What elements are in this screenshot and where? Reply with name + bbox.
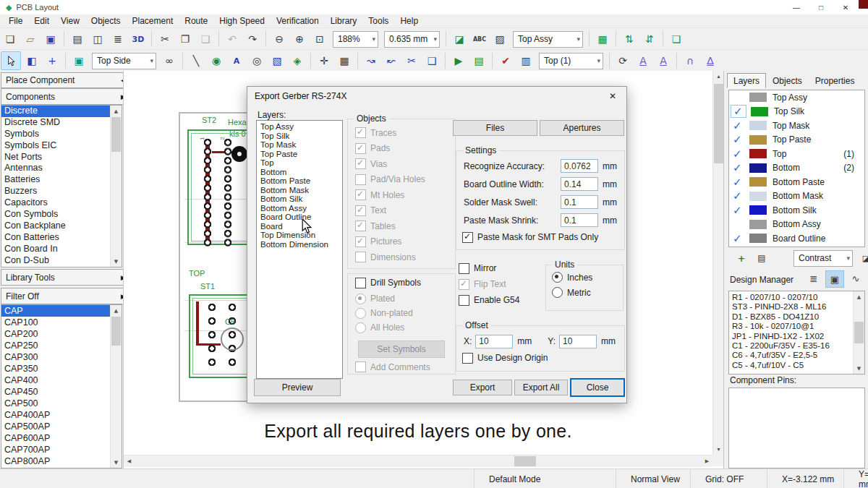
menu-item[interactable]: Help (394, 14, 424, 27)
scroll-down-icon[interactable]: ▼ (713, 444, 724, 455)
menu-item[interactable]: Verification (271, 14, 325, 27)
copper-pour-tool[interactable]: ▧ (268, 52, 286, 69)
pattern-list-item[interactable]: CAP200 (1, 328, 122, 340)
checkbox[interactable] (459, 263, 469, 274)
menu-item[interactable]: Edit (28, 14, 55, 27)
library-list-item[interactable]: Net Ports (1, 152, 122, 163)
menu-item[interactable]: File (3, 14, 28, 27)
patterns-scrollbar[interactable]: ▲ ▼ (110, 305, 122, 468)
autoroute-a-icon[interactable]: A (634, 52, 652, 69)
scroll-thumb[interactable] (854, 322, 864, 343)
checkbox[interactable] (355, 158, 366, 169)
library-list-item[interactable]: Con Board In (1, 244, 122, 255)
autoroute-b-icon[interactable]: A (654, 52, 673, 69)
radio-button[interactable] (552, 272, 563, 283)
export-layer-item[interactable]: Top Silk (257, 132, 342, 141)
pattern-list-item[interactable]: CAP450 (1, 386, 122, 398)
pattern-list-item[interactable]: CAP (1, 305, 122, 317)
setting-input[interactable]: 0.1 (561, 213, 598, 227)
place-trace-tool[interactable]: ╲ (187, 52, 205, 69)
undo-icon[interactable]: ↶ (223, 30, 242, 48)
layer-visibility-check[interactable] (731, 120, 745, 132)
radio-button[interactable] (355, 294, 366, 304)
component-list-item[interactable]: R3 - 10k - 0207/10@1 (729, 322, 864, 331)
use-design-origin-checkbox[interactable] (462, 353, 473, 364)
checkbox[interactable] (355, 143, 366, 154)
zoom-in-icon[interactable]: ⊕ (290, 30, 309, 48)
place-component-icon[interactable]: ▣ (69, 52, 88, 69)
copper-shape-tool[interactable]: ◈ (288, 52, 307, 69)
component-list-item[interactable]: C6 - 4,7uf/35V - E2,5-5 (729, 351, 864, 360)
pulse-icon[interactable]: ∩ (681, 52, 699, 69)
paste-icon[interactable]: ❑ (196, 30, 215, 48)
library-list-item[interactable]: Symbols (1, 129, 122, 140)
scroll-up-icon[interactable]: ▲ (854, 291, 864, 302)
traces-view-icon[interactable]: ∿ (847, 270, 864, 286)
menu-item[interactable]: Route (179, 14, 213, 27)
layer-color-swatch[interactable] (749, 135, 767, 145)
libraries-scrollbar[interactable]: ▲ ▼ (110, 106, 122, 267)
panel-tab[interactable]: Properties (809, 73, 861, 88)
pattern-list-item[interactable]: CAP350 (1, 363, 122, 374)
library-list-item[interactable]: Capacitors (1, 197, 122, 209)
layer-row[interactable]: Top Silk (729, 105, 864, 119)
checkbox[interactable] (355, 252, 366, 262)
library-list-item[interactable]: Con Symbols (1, 209, 122, 221)
export-layer-item[interactable]: Board Outline (257, 213, 342, 222)
library-list-item[interactable]: Batteries (1, 174, 122, 186)
panel-tab[interactable]: Layers (727, 73, 766, 88)
drill-symbols-checkbox[interactable] (355, 278, 366, 288)
menu-item[interactable]: Objects (85, 14, 127, 27)
layer-color-swatch[interactable] (749, 121, 767, 130)
board-view-icon[interactable]: ▦ (593, 30, 612, 48)
scroll-thumb[interactable] (111, 117, 121, 152)
pattern-list-item[interactable]: CAP100 (1, 317, 122, 328)
radio-button[interactable] (355, 308, 366, 319)
setting-input[interactable]: 0.14 (561, 177, 598, 191)
export-all-button[interactable]: Export All (514, 380, 568, 395)
scroll-up-icon[interactable]: ▲ (111, 106, 122, 116)
layer-row[interactable]: Bottom Assy (729, 218, 864, 232)
library-list-item[interactable]: Discrete SMD (1, 117, 122, 129)
grid-toggle-icon[interactable]: ▦ (335, 52, 354, 69)
new-file-icon[interactable]: ❏ (1, 30, 20, 48)
scroll-right-icon[interactable]: ▶ (702, 455, 712, 467)
setting-input[interactable]: 0.1 (561, 195, 598, 209)
export-layer-item[interactable]: Bottom Paste (257, 176, 342, 186)
layer-row[interactable]: Board Outline (729, 231, 864, 246)
design-manager-scrollbar[interactable]: ▲ ▼ (853, 291, 864, 374)
drc-check-icon[interactable]: ✔ (496, 52, 515, 69)
pattern-list-item[interactable]: CAP700AP (1, 444, 122, 455)
checkbox[interactable] (355, 221, 366, 231)
layer-color-swatch[interactable] (749, 234, 767, 243)
layer-visibility-check[interactable] (731, 233, 745, 244)
save-icon[interactable]: ▣ (41, 30, 60, 48)
place-picture-icon[interactable]: ▨ (490, 30, 509, 48)
grid-step-combo[interactable]: 0.635 mm▾ (384, 31, 440, 48)
library-list-item[interactable]: Con D-Sub (1, 255, 122, 267)
place-via-tool[interactable]: ◉ (207, 52, 226, 69)
offset-y-input[interactable]: 10 (559, 335, 597, 348)
export-layer-item[interactable]: Top (257, 158, 342, 168)
route-split-icon[interactable]: ✂ (402, 52, 421, 69)
library-list-item[interactable]: Symbols EIC (1, 140, 122, 152)
component-list-item[interactable]: C1 - 2200uF/35V - E35-16 (729, 341, 864, 351)
close-dialog-button[interactable]: Close (570, 378, 625, 397)
place-component-header[interactable]: Place Component ◀ (1, 72, 131, 88)
layer-row[interactable]: Bottom Silk (729, 203, 864, 218)
layer-row[interactable]: Bottom (2) (729, 161, 864, 176)
update-from-schematic-icon[interactable]: ⇅ (620, 30, 639, 48)
layer-color-swatch[interactable] (749, 220, 767, 229)
board-side-combo[interactable]: Top Side▾ (92, 53, 156, 69)
measure-tool[interactable]: ✛ (315, 52, 333, 69)
layer-color-swatch[interactable] (751, 107, 768, 116)
menu-item[interactable]: Library (325, 14, 363, 27)
close-button[interactable]: ✕ (833, 0, 858, 14)
checkbox[interactable] (459, 295, 469, 306)
export-layer-item[interactable]: Top Dimension (257, 231, 342, 240)
component-list-item[interactable]: D1 - BZX85 - DO41Z10 (729, 312, 864, 322)
loop-removal-icon[interactable]: ⟳ (613, 52, 632, 69)
scroll-down-icon[interactable]: ▼ (111, 457, 122, 468)
find-component-icon[interactable]: ∞ (160, 52, 179, 69)
layer-visibility-check[interactable] (731, 92, 745, 103)
